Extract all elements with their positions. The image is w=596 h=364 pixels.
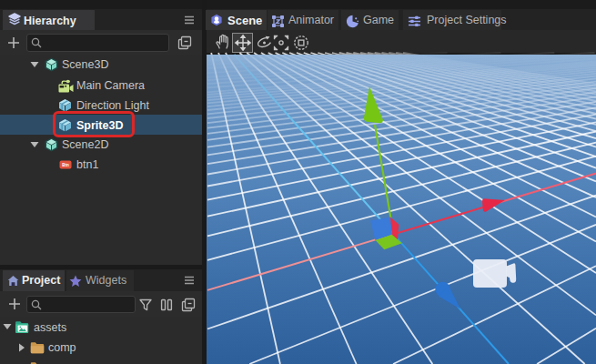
svg-text:Btn: Btn	[62, 163, 69, 167]
